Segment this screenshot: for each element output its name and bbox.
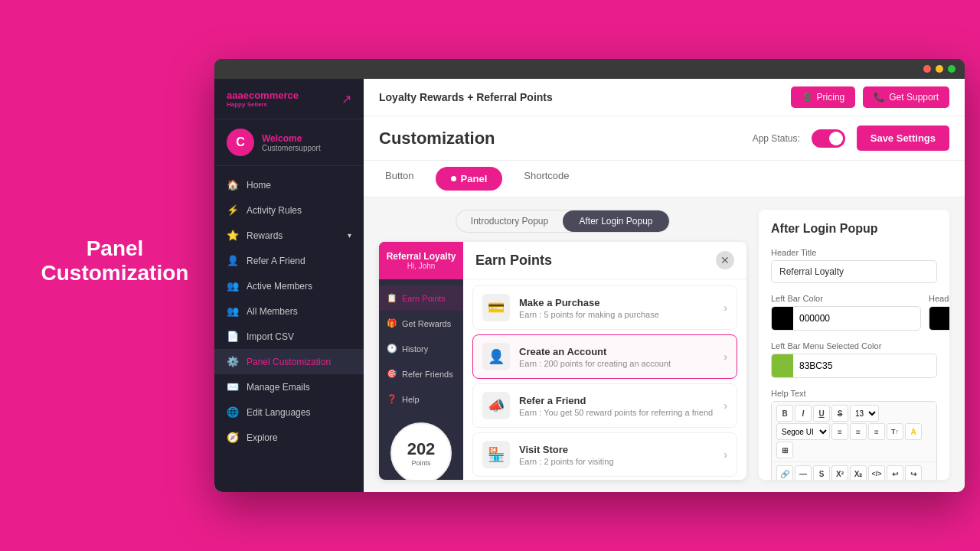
toolbar-align[interactable]: ≡ [868, 423, 885, 440]
pricing-button[interactable]: 💲 Pricing [791, 86, 856, 108]
app-status-toggle[interactable] [812, 129, 845, 148]
nav-label-home: Home [247, 180, 271, 191]
popup-toggle-row: Introductory Popup After Login Popup [456, 210, 670, 233]
toolbar-link[interactable]: 🔗 [776, 465, 793, 480]
sidebar-item-panel-customization[interactable]: ⚙️ Panel Customization [214, 349, 364, 374]
sidebar-user: C Welcome Customersupport [214, 119, 364, 166]
earn-item-make-purchase[interactable]: 💳 Make a Purchase Earn : 5 points for ma… [472, 285, 737, 330]
card-nav-refer-friends[interactable]: 🎯 Refer Friends [379, 361, 463, 386]
toolbar-superscript[interactable]: X² [831, 465, 848, 480]
earn-item-icon-make-purchase: 💳 [482, 294, 510, 321]
left-bar-menu-swatch [772, 354, 793, 377]
topbar-actions: 💲 Pricing 📞 Get Support [791, 86, 949, 108]
introductory-popup-btn[interactable]: Introductory Popup [456, 210, 563, 232]
header-title-input[interactable] [771, 260, 937, 283]
sidebar-item-active-members[interactable]: 👥 Active Members [214, 273, 364, 298]
content-area: Introductory Popup After Login Popup Ref… [364, 197, 965, 492]
earn-item-title-refer-friend: Refer a Friend [519, 395, 714, 406]
after-login-popup-btn[interactable]: After Login Popup [563, 210, 669, 232]
card-nav-get-rewards[interactable]: 🎁 Get Rewards [379, 311, 463, 336]
dot-red [923, 65, 931, 73]
toolbar-underline[interactable]: U [813, 405, 830, 422]
earn-item-icon-create-account: 👤 [482, 343, 510, 370]
support-button[interactable]: 📞 Get Support [863, 86, 949, 108]
toolbar-text-size[interactable]: T↑ [887, 423, 903, 440]
toolbar-italic[interactable]: I [795, 405, 812, 422]
nav-icon-activity-rules: ⚡ [227, 204, 239, 216]
toolbar-font-size[interactable]: 13 [850, 405, 879, 422]
sidebar-item-all-members[interactable]: 👥 All Members [214, 298, 364, 324]
tab-button[interactable]: Button [379, 161, 420, 197]
help-text-label: Help Text [771, 389, 937, 398]
card-nav-history[interactable]: 🕐 History [379, 336, 463, 361]
topbar-title: Loyalty Rewards + Referral Points [379, 91, 553, 103]
panel-widget: Introductory Popup After Login Popup Ref… [379, 210, 746, 480]
save-settings-button[interactable]: Save Settings [857, 126, 949, 151]
earn-item-info-refer-friend: Refer a Friend Earn : You get 50 reward … [519, 395, 714, 417]
sidebar-item-rewards[interactable]: ⭐ Rewards ▾ [214, 223, 364, 248]
earn-item-desc-visit-store: Earn : 2 points for visiting [519, 457, 714, 466]
earn-item-refer-friend[interactable]: 📣 Refer a Friend Earn : You get 50 rewar… [472, 383, 737, 428]
card-nav-label-refer-friends: Refer Friends [402, 370, 453, 379]
browser-chrome [214, 59, 965, 79]
tab-panel[interactable]: Panel [436, 167, 503, 191]
nav-icon-edit-languages: 🌐 [227, 406, 239, 418]
card-nav-earn-points[interactable]: 📋 Earn Points [379, 285, 463, 311]
nav-icon-active-members: 👥 [227, 280, 239, 292]
tab-shortcode[interactable]: Shortcode [518, 161, 575, 197]
sidebar-item-edit-languages[interactable]: 🌐 Edit Languages [214, 399, 364, 425]
browser-window: aaaecommerce Happy Sellers ↗ C Welcome C… [214, 59, 965, 492]
external-link-icon[interactable]: ↗ [341, 92, 351, 106]
nav-label-refer-a-friend: Refer A Friend [247, 256, 305, 266]
toolbar-source[interactable]: </> [868, 465, 885, 480]
earn-item-arrow-make-purchase: › [724, 302, 727, 314]
toolbar-redo[interactable]: ↪ [905, 465, 922, 480]
nav-label-activity-rules: Activity Rules [247, 205, 302, 216]
dollar-icon: 💲 [802, 92, 813, 103]
toolbar-font-family[interactable]: Segoe UI [776, 423, 830, 440]
card-nav-label-earn-points: Earn Points [402, 294, 446, 303]
nav-label-manage-emails: Manage Emails [247, 382, 310, 393]
toolbar-subscript[interactable]: X₂ [850, 465, 867, 480]
sidebar-item-home[interactable]: 🏠 Home [214, 172, 364, 197]
sidebar-item-refer-a-friend[interactable]: 👤 Refer A Friend [214, 248, 364, 273]
card-nav-label-help: Help [402, 395, 420, 404]
earn-item-desc-make-purchase: Earn : 5 points for making a purchase [519, 310, 714, 319]
close-icon[interactable]: ✕ [716, 251, 734, 269]
tabs-row: Button Panel Shortcode [364, 161, 965, 197]
sidebar-item-import-csv[interactable]: 📄 Import CSV [214, 324, 364, 349]
sidebar-item-activity-rules[interactable]: ⚡ Activity Rules [214, 197, 364, 223]
left-bar-color-label: Left Bar Color [771, 294, 921, 303]
toolbar-table[interactable]: ⊞ [776, 442, 793, 458]
logo-text: aaaecommerce Happy Sellers [227, 90, 299, 108]
sidebar-nav: 🏠 Home ⚡ Activity Rules ⭐ Rewards ▾ 👤 Re… [214, 166, 364, 492]
toolbar-ol[interactable]: ≡ [850, 423, 867, 440]
toolbar-undo[interactable]: ↩ [887, 465, 903, 480]
page-header: Customization App Status: Save Settings [364, 116, 965, 161]
card-sidebar: Referral Loyalty Hi, John 📋 Earn Points … [379, 242, 463, 480]
toolbar-strikethrough[interactable]: S [831, 405, 848, 422]
welcome-label: Welcome [262, 133, 321, 144]
toolbar-hr[interactable]: — [795, 465, 812, 480]
dot-yellow [936, 65, 943, 73]
sidebar-item-explore[interactable]: 🧭 Explore [214, 425, 364, 450]
page-title: Panel Customization [15, 236, 214, 285]
earn-item-visit-store[interactable]: 🏪 Visit Store Earn : 2 points for visiti… [472, 432, 737, 477]
toolbar-bold[interactable]: B [776, 405, 793, 422]
toolbar-format[interactable]: S [813, 465, 830, 480]
sidebar-item-manage-emails[interactable]: ✉️ Manage Emails [214, 374, 364, 399]
card-nav-help[interactable]: ❓ Help [379, 386, 463, 412]
card-nav-label-history: History [402, 344, 428, 354]
left-bar-menu-input[interactable] [793, 356, 936, 376]
left-bar-color-input[interactable] [793, 308, 920, 328]
left-bar-color-field [771, 306, 921, 331]
card-header: Referral Loyalty Hi, John [379, 242, 463, 279]
header-title-group: Header Title [771, 248, 937, 283]
toolbar-ul[interactable]: ≡ [831, 423, 848, 440]
earn-item-title-make-purchase: Make a Purchase [519, 297, 714, 308]
toolbar-color[interactable]: A [905, 423, 922, 440]
header-bg-color-swatch [929, 307, 949, 330]
earn-item-create-account[interactable]: 👤 Create an Account Earn : 200 points fo… [472, 334, 737, 379]
earn-item-title-visit-store: Visit Store [519, 444, 714, 455]
card-nav-icon-history: 🕐 [387, 344, 397, 354]
